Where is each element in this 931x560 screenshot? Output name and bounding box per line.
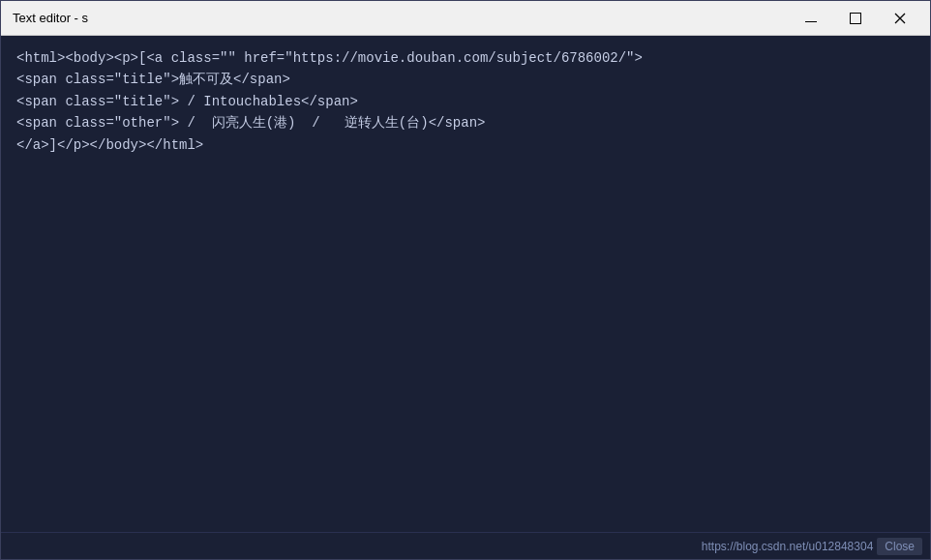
svg-rect-1 — [851, 13, 861, 23]
svg-rect-0 — [805, 21, 817, 22]
bottom-url: https://blog.csdn.net/u012848304 — [702, 540, 873, 553]
code-content: <html><body><p>[<a class="" href="https:… — [16, 47, 915, 156]
text-editor-window: Text editor - s <html><body><p> — [0, 0, 931, 560]
title-bar: Text editor - s — [1, 1, 930, 36]
bottom-bar: https://blog.csdn.net/u012848304 Close — [1, 532, 930, 559]
minimize-button[interactable] — [789, 4, 833, 33]
window-title: Text editor - s — [13, 11, 88, 25]
bottom-close-label[interactable]: Close — [877, 538, 922, 555]
editor-area[interactable]: <html><body><p>[<a class="" href="https:… — [1, 36, 930, 532]
title-bar-left: Text editor - s — [13, 11, 88, 25]
close-button[interactable] — [878, 4, 922, 33]
title-bar-controls — [789, 4, 922, 33]
maximize-button[interactable] — [833, 4, 878, 33]
